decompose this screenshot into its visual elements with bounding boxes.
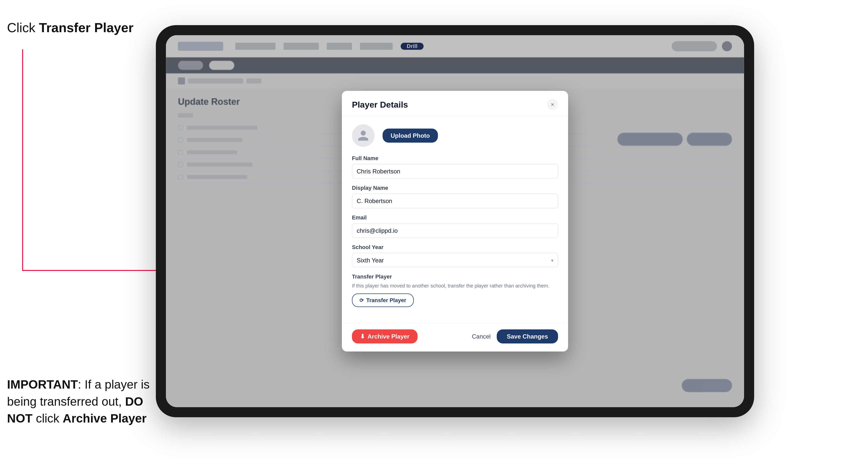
school-year-select[interactable]: First Year Second Year Third Year Fourth… bbox=[352, 253, 558, 268]
modal-body: Upload Photo Full Name Display Name Emai… bbox=[342, 116, 568, 323]
instruction-bottom: IMPORTANT: If a player is being transfer… bbox=[7, 376, 153, 427]
instruction-top: Click Transfer Player bbox=[7, 20, 133, 35]
display-name-group: Display Name bbox=[352, 185, 558, 208]
email-input[interactable] bbox=[352, 223, 558, 238]
transfer-icon: ⟳ bbox=[360, 297, 364, 303]
transfer-btn-label: Transfer Player bbox=[366, 297, 406, 304]
instruction-important: IMPORTANT bbox=[7, 378, 78, 391]
display-name-input[interactable] bbox=[352, 194, 558, 208]
school-year-select-wrapper: First Year Second Year Third Year Fourth… bbox=[352, 253, 558, 268]
instruction-prefix: Click bbox=[7, 20, 39, 35]
upload-photo-button[interactable]: Upload Photo bbox=[382, 129, 438, 143]
transfer-section-label: Transfer Player bbox=[352, 274, 558, 280]
modal-title: Player Details bbox=[352, 99, 408, 109]
full-name-group: Full Name bbox=[352, 155, 558, 179]
instruction-archive-warning: Archive Player bbox=[63, 412, 147, 425]
player-details-modal: Player Details × Upload Photo Full Name bbox=[342, 91, 568, 352]
cancel-button[interactable]: Cancel bbox=[472, 333, 491, 340]
user-icon bbox=[357, 129, 370, 142]
modal-header: Player Details × bbox=[342, 91, 568, 116]
tablet-screen: Drill Update Roster bbox=[166, 35, 744, 407]
full-name-input[interactable] bbox=[352, 164, 558, 179]
transfer-player-section: Transfer Player If this player has moved… bbox=[352, 274, 558, 307]
footer-right: Cancel Save Changes bbox=[472, 330, 558, 344]
archive-icon: ⬇ bbox=[360, 333, 365, 340]
arrow-vertical bbox=[22, 49, 23, 271]
archive-player-button[interactable]: ⬇ Archive Player bbox=[352, 330, 417, 344]
avatar-section: Upload Photo bbox=[352, 124, 558, 147]
modal-footer: ⬇ Archive Player Cancel Save Changes bbox=[342, 323, 568, 352]
modal-close-button[interactable]: × bbox=[547, 99, 558, 110]
email-group: Email bbox=[352, 214, 558, 238]
instruction-bold: Transfer Player bbox=[39, 20, 133, 35]
archive-btn-label: Archive Player bbox=[368, 333, 409, 340]
save-changes-button[interactable]: Save Changes bbox=[497, 330, 558, 344]
full-name-label: Full Name bbox=[352, 155, 558, 162]
transfer-player-button[interactable]: ⟳ Transfer Player bbox=[352, 293, 414, 307]
school-year-group: School Year First Year Second Year Third… bbox=[352, 244, 558, 268]
tablet-frame: Drill Update Roster bbox=[156, 25, 754, 417]
transfer-section-description: If this player has moved to another scho… bbox=[352, 282, 558, 289]
avatar-placeholder bbox=[352, 124, 375, 147]
email-label: Email bbox=[352, 214, 558, 221]
school-year-label: School Year bbox=[352, 244, 558, 251]
display-name-label: Display Name bbox=[352, 185, 558, 191]
